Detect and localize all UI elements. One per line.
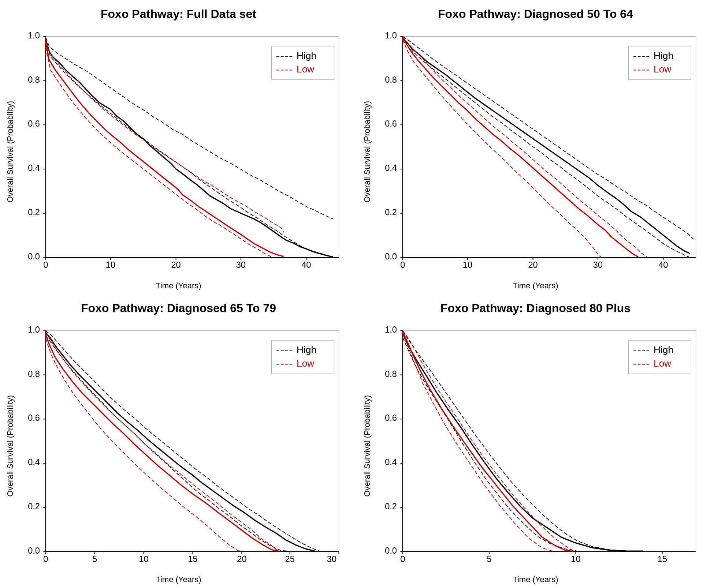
svg-text:0.8: 0.8	[385, 369, 397, 378]
svg-text:10: 10	[106, 260, 115, 270]
svg-text:0: 0	[43, 554, 48, 564]
svg-text:5: 5	[92, 554, 97, 564]
svg-text:High: High	[654, 50, 673, 61]
chart4-svg: 0.0 0.2 0.4 0.6 0.8 1.0 0 5 10 15	[374, 319, 710, 573]
svg-text:0.4: 0.4	[28, 457, 40, 467]
svg-text:0.2: 0.2	[385, 207, 397, 217]
svg-text:20: 20	[171, 260, 181, 270]
svg-text:15: 15	[188, 554, 197, 564]
svg-text:High: High	[297, 50, 316, 61]
svg-text:1.0: 1.0	[28, 31, 40, 40]
chart4-ylabel: Overall Survival (Probability)	[361, 319, 374, 573]
svg-text:0.8: 0.8	[385, 75, 397, 85]
svg-text:10: 10	[571, 554, 580, 564]
svg-text:0: 0	[43, 260, 48, 270]
chart3-title: Foxo Pathway: Diagnosed 65 To 79	[81, 302, 276, 315]
svg-text:30: 30	[236, 260, 246, 270]
svg-text:0.0: 0.0	[28, 546, 40, 555]
chart3-xlabel: Time (Years)	[156, 575, 201, 584]
svg-text:5: 5	[487, 554, 492, 564]
svg-text:0.6: 0.6	[385, 119, 397, 128]
svg-text:0.6: 0.6	[385, 413, 397, 423]
svg-text:0.2: 0.2	[28, 502, 40, 511]
svg-text:0: 0	[400, 260, 405, 270]
svg-text:0.8: 0.8	[28, 75, 40, 85]
svg-text:Low: Low	[654, 358, 672, 369]
svg-text:0.6: 0.6	[28, 119, 40, 128]
svg-text:0.8: 0.8	[28, 369, 40, 378]
chart2-svg: 0.0 0.2 0.4 0.6 0.8 1.0 0 10 20 30	[374, 25, 710, 279]
svg-text:0.0: 0.0	[385, 252, 397, 261]
chart2-ylabel: Overall Survival (Probability)	[361, 25, 374, 279]
chart-fulldata: Foxo Pathway: Full Data set Overall Surv…	[0, 0, 357, 294]
svg-text:1.0: 1.0	[28, 325, 40, 334]
chart4-xlabel: Time (Years)	[513, 575, 558, 584]
svg-text:0.4: 0.4	[28, 163, 40, 173]
svg-text:High: High	[297, 344, 316, 355]
svg-text:Low: Low	[297, 358, 315, 369]
chart1-title: Foxo Pathway: Full Data set	[101, 7, 256, 21]
svg-text:20: 20	[237, 554, 246, 564]
chart-65to79: Foxo Pathway: Diagnosed 65 To 79 Overall…	[0, 294, 357, 588]
svg-text:0.2: 0.2	[385, 502, 397, 511]
svg-text:40: 40	[301, 260, 311, 270]
svg-text:0.6: 0.6	[28, 413, 40, 423]
chart4-title: Foxo Pathway: Diagnosed 80 Plus	[440, 302, 631, 315]
svg-text:30: 30	[593, 260, 603, 270]
chart-50to64: Foxo Pathway: Diagnosed 50 To 64 Overall…	[357, 0, 714, 294]
svg-text:1.0: 1.0	[385, 325, 397, 334]
svg-text:40: 40	[658, 260, 668, 270]
svg-text:20: 20	[528, 260, 538, 270]
chart1-xlabel: Time (Years)	[156, 281, 201, 291]
chart2-title: Foxo Pathway: Diagnosed 50 To 64	[438, 7, 633, 21]
svg-text:0.4: 0.4	[385, 163, 397, 173]
svg-text:0.0: 0.0	[385, 546, 397, 555]
svg-text:0.2: 0.2	[28, 207, 40, 217]
svg-text:Low: Low	[654, 64, 672, 75]
svg-text:0.0: 0.0	[28, 252, 40, 261]
svg-text:25: 25	[285, 554, 295, 564]
chart3-ylabel: Overall Survival (Probability)	[4, 319, 17, 573]
chart1-svg: 0.0 0.2 0.4 0.6 0.8 1.0 0 10 20	[17, 25, 353, 279]
svg-text:1.0: 1.0	[385, 31, 397, 40]
svg-text:10: 10	[463, 260, 472, 270]
svg-text:Low: Low	[297, 64, 315, 75]
chart2-xlabel: Time (Years)	[513, 281, 558, 291]
svg-text:30: 30	[327, 554, 336, 564]
svg-text:0: 0	[400, 554, 405, 564]
svg-text:0.4: 0.4	[385, 457, 397, 467]
chart3-svg: 0.0 0.2 0.4 0.6 0.8 1.0 0 5 10 15	[17, 319, 353, 573]
svg-text:15: 15	[658, 554, 667, 564]
svg-text:High: High	[654, 344, 673, 355]
svg-text:10: 10	[139, 554, 148, 564]
chart1-ylabel: Overall Survival (Probability)	[4, 25, 17, 279]
chart-80plus: Foxo Pathway: Diagnosed 80 Plus Overall …	[357, 294, 714, 588]
